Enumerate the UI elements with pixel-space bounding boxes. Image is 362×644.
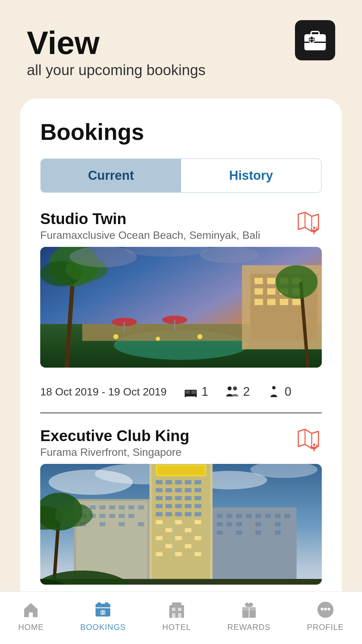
hotel-name-1: Furamaxclusive Ocean Beach, Seminyak, Ba… <box>40 229 260 241</box>
svg-rect-88 <box>175 504 182 508</box>
svg-rect-108 <box>194 552 201 556</box>
children-count: 0 <box>285 385 291 399</box>
svg-rect-104 <box>166 544 172 548</box>
svg-rect-121 <box>109 514 115 518</box>
svg-rect-18 <box>254 278 263 284</box>
svg-rect-155 <box>105 602 108 606</box>
svg-point-40 <box>276 265 317 299</box>
svg-point-171 <box>324 608 327 610</box>
hotel-image-bali <box>40 247 322 368</box>
svg-rect-143 <box>236 531 242 535</box>
header: View all your upcoming bookings ✈ <box>0 0 362 92</box>
nav-item-home[interactable]: HOME <box>18 600 44 632</box>
svg-point-43 <box>197 334 202 339</box>
booking-info-2: Executive Club King Furama Riverfront, S… <box>40 427 189 459</box>
svg-rect-74 <box>185 480 191 484</box>
svg-rect-93 <box>175 512 182 517</box>
svg-rect-163 <box>172 613 175 618</box>
svg-rect-129 <box>217 514 223 518</box>
svg-rect-50 <box>191 390 196 394</box>
svg-rect-27 <box>267 299 276 305</box>
svg-rect-114 <box>109 505 115 510</box>
room-name-1: Studio Twin <box>40 210 260 228</box>
hotel-image-singapore <box>40 464 322 585</box>
svg-rect-133 <box>255 514 261 518</box>
svg-rect-127 <box>138 522 144 527</box>
booking-item-1: Studio Twin Furamaxclusive Ocean Beach, … <box>40 210 322 413</box>
bottom-nav: HOME BOOKINGS HOTEL <box>0 591 362 644</box>
svg-rect-100 <box>185 528 191 532</box>
nav-item-bookings[interactable]: BOOKINGS <box>80 600 126 632</box>
svg-rect-160 <box>169 605 184 618</box>
booking-details-1: 18 Oct 2019 - 19 Oct 2019 1 <box>40 378 322 409</box>
svg-point-46 <box>200 247 259 263</box>
svg-point-170 <box>321 608 323 610</box>
svg-rect-98 <box>194 520 201 524</box>
svg-rect-83 <box>175 496 182 500</box>
svg-rect-99 <box>166 528 172 532</box>
svg-rect-86 <box>156 504 163 508</box>
svg-rect-84 <box>185 496 191 500</box>
svg-rect-23 <box>267 288 276 295</box>
svg-rect-52 <box>195 394 197 397</box>
svg-point-54 <box>233 386 237 390</box>
tab-current[interactable]: Current <box>41 159 181 192</box>
svg-rect-75 <box>194 480 201 484</box>
svg-rect-26 <box>254 299 263 305</box>
nav-item-profile[interactable]: PROFILE <box>307 600 344 632</box>
booking-dates-1: 18 Oct 2019 - 19 Oct 2019 <box>40 386 167 398</box>
svg-rect-92 <box>166 512 172 517</box>
svg-rect-164 <box>178 613 181 618</box>
svg-rect-73 <box>175 480 182 484</box>
nav-item-hotel[interactable]: HOTEL <box>162 600 191 632</box>
svg-rect-117 <box>138 505 144 510</box>
bookings-title: Bookings <box>40 119 322 145</box>
nav-label-rewards: REWARDS <box>227 623 270 632</box>
svg-rect-22 <box>254 288 263 295</box>
svg-rect-137 <box>217 522 223 527</box>
svg-rect-87 <box>166 504 172 508</box>
svg-rect-128 <box>213 507 297 585</box>
nav-label-home: HOME <box>18 623 44 632</box>
tab-history[interactable]: History <box>181 159 321 192</box>
svg-rect-81 <box>156 496 163 500</box>
svg-rect-140 <box>255 522 261 527</box>
svg-rect-131 <box>236 514 242 518</box>
svg-point-149 <box>55 503 93 527</box>
svg-rect-89 <box>185 504 191 508</box>
svg-rect-142 <box>217 531 223 535</box>
svg-rect-132 <box>246 514 252 518</box>
map-location-icon-2[interactable] <box>295 428 322 451</box>
svg-rect-145 <box>275 531 281 535</box>
svg-point-41 <box>113 334 118 339</box>
nav-item-rewards[interactable]: REWARDS <box>227 600 270 632</box>
svg-rect-51 <box>185 394 186 397</box>
booking-header-2: Executive Club King Furama Riverfront, S… <box>40 427 322 459</box>
svg-rect-91 <box>156 512 163 517</box>
svg-rect-141 <box>275 522 281 527</box>
rooms-count: 1 <box>201 385 208 399</box>
map-location-icon-1[interactable] <box>295 211 322 234</box>
travel-icon: ✈ <box>295 20 335 60</box>
svg-rect-125 <box>100 522 106 527</box>
svg-rect-106 <box>156 552 163 556</box>
svg-rect-138 <box>226 522 232 527</box>
svg-rect-120 <box>100 514 106 518</box>
svg-rect-72 <box>166 480 172 484</box>
svg-rect-90 <box>194 504 201 508</box>
svg-rect-116 <box>128 505 134 510</box>
svg-rect-136 <box>284 514 290 518</box>
svg-rect-77 <box>166 488 172 492</box>
svg-rect-95 <box>194 512 201 517</box>
svg-rect-94 <box>185 512 191 517</box>
svg-rect-28 <box>280 299 288 305</box>
booking-divider-1 <box>40 413 322 413</box>
hotel-name-2: Furama Riverfront, Singapore <box>40 446 189 459</box>
svg-rect-79 <box>185 488 191 492</box>
svg-rect-1 <box>311 32 319 36</box>
tab-switcher: Current History <box>40 158 322 193</box>
room-name-2: Executive Club King <box>40 427 189 445</box>
booking-item-2: Executive Club King Furama Riverfront, S… <box>40 427 322 585</box>
svg-rect-96 <box>156 520 163 524</box>
svg-rect-76 <box>156 488 163 492</box>
